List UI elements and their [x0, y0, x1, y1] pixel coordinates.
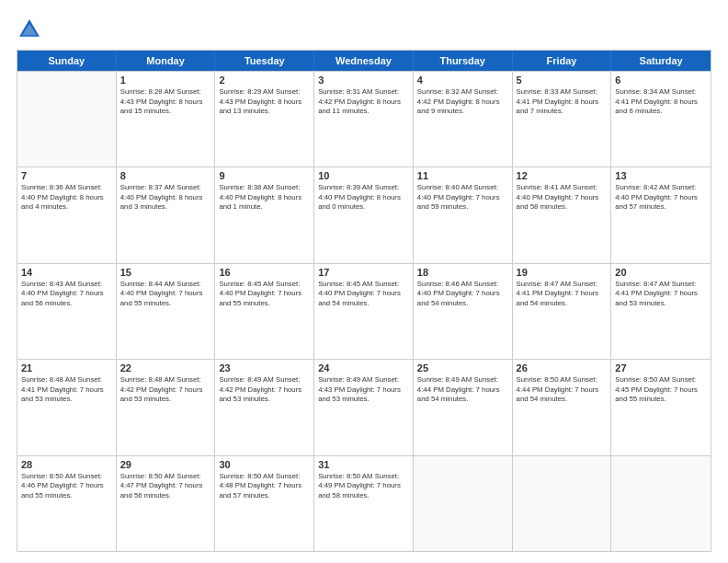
header-day-wednesday: Wednesday [314, 51, 414, 71]
cell-info: Sunrise: 8:28 AM Sunset: 4:43 PM Dayligh… [120, 87, 211, 117]
day-number: 15 [120, 267, 211, 278]
calendar-cell: 12Sunrise: 8:41 AM Sunset: 4:40 PM Dayli… [513, 167, 612, 262]
calendar-cell: 10Sunrise: 8:39 AM Sunset: 4:40 PM Dayli… [314, 167, 414, 262]
calendar-body: 1Sunrise: 8:28 AM Sunset: 4:43 PM Daylig… [17, 71, 711, 551]
header-day-saturday: Saturday [611, 51, 711, 71]
cell-info: Sunrise: 8:31 AM Sunset: 4:42 PM Dayligh… [318, 87, 409, 117]
cell-info: Sunrise: 8:46 AM Sunset: 4:40 PM Dayligh… [417, 280, 508, 309]
calendar: SundayMondayTuesdayWednesdayThursdayFrid… [17, 50, 711, 552]
header-day-sunday: Sunday [17, 51, 117, 71]
day-number: 3 [318, 75, 409, 86]
cell-info: Sunrise: 8:50 AM Sunset: 4:47 PM Dayligh… [120, 472, 211, 501]
calendar-cell: 11Sunrise: 8:40 AM Sunset: 4:40 PM Dayli… [414, 167, 513, 262]
calendar-row-0: 1Sunrise: 8:28 AM Sunset: 4:43 PM Daylig… [17, 71, 711, 167]
cell-info: Sunrise: 8:47 AM Sunset: 4:41 PM Dayligh… [615, 280, 707, 309]
calendar-cell: 22Sunrise: 8:48 AM Sunset: 4:42 PM Dayli… [117, 360, 216, 454]
calendar-row-1: 7Sunrise: 8:36 AM Sunset: 4:40 PM Daylig… [17, 167, 711, 262]
header-day-thursday: Thursday [414, 51, 513, 71]
cell-info: Sunrise: 8:36 AM Sunset: 4:40 PM Dayligh… [21, 183, 112, 213]
calendar-cell: 20Sunrise: 8:47 AM Sunset: 4:41 PM Dayli… [611, 264, 711, 359]
day-number: 7 [21, 170, 112, 181]
logo [17, 17, 46, 42]
day-number: 30 [219, 459, 310, 470]
day-number: 28 [21, 459, 112, 470]
day-number: 17 [318, 267, 409, 278]
cell-info: Sunrise: 8:49 AM Sunset: 4:43 PM Dayligh… [318, 375, 409, 405]
calendar-cell: 18Sunrise: 8:46 AM Sunset: 4:40 PM Dayli… [414, 264, 513, 359]
calendar-cell: 7Sunrise: 8:36 AM Sunset: 4:40 PM Daylig… [17, 167, 117, 262]
day-number: 10 [318, 170, 409, 181]
day-number: 29 [120, 459, 211, 470]
calendar-cell: 3Sunrise: 8:31 AM Sunset: 4:42 PM Daylig… [314, 72, 414, 167]
calendar-cell [414, 456, 513, 551]
cell-info: Sunrise: 8:29 AM Sunset: 4:43 PM Dayligh… [219, 87, 310, 117]
cell-info: Sunrise: 8:34 AM Sunset: 4:41 PM Dayligh… [615, 87, 707, 117]
calendar-cell [513, 456, 612, 551]
day-number: 13 [615, 170, 707, 181]
cell-info: Sunrise: 8:47 AM Sunset: 4:41 PM Dayligh… [517, 280, 608, 309]
calendar-cell [17, 72, 117, 167]
calendar-cell: 1Sunrise: 8:28 AM Sunset: 4:43 PM Daylig… [117, 72, 216, 167]
calendar-row-3: 21Sunrise: 8:48 AM Sunset: 4:41 PM Dayli… [17, 359, 711, 454]
calendar-cell: 6Sunrise: 8:34 AM Sunset: 4:41 PM Daylig… [611, 72, 711, 167]
header-day-monday: Monday [117, 51, 216, 71]
calendar-cell: 23Sunrise: 8:49 AM Sunset: 4:42 PM Dayli… [215, 360, 314, 454]
cell-info: Sunrise: 8:50 AM Sunset: 4:46 PM Dayligh… [21, 472, 112, 501]
day-number: 19 [517, 267, 608, 278]
calendar-cell: 4Sunrise: 8:32 AM Sunset: 4:42 PM Daylig… [414, 72, 513, 167]
cell-info: Sunrise: 8:50 AM Sunset: 4:49 PM Dayligh… [318, 472, 409, 501]
cell-info: Sunrise: 8:32 AM Sunset: 4:42 PM Dayligh… [417, 87, 508, 117]
cell-info: Sunrise: 8:44 AM Sunset: 4:40 PM Dayligh… [120, 280, 211, 309]
header [17, 17, 711, 42]
logo-icon [17, 17, 42, 42]
day-number: 9 [219, 170, 310, 181]
header-day-friday: Friday [513, 51, 612, 71]
cell-info: Sunrise: 8:37 AM Sunset: 4:40 PM Dayligh… [120, 183, 211, 213]
calendar-row-2: 14Sunrise: 8:43 AM Sunset: 4:40 PM Dayli… [17, 263, 711, 359]
day-number: 2 [219, 75, 310, 86]
calendar-cell: 26Sunrise: 8:50 AM Sunset: 4:44 PM Dayli… [513, 360, 612, 454]
calendar-cell: 27Sunrise: 8:50 AM Sunset: 4:45 PM Dayli… [611, 360, 711, 454]
day-number: 16 [219, 267, 310, 278]
header-day-tuesday: Tuesday [215, 51, 314, 71]
day-number: 24 [318, 362, 409, 373]
day-number: 1 [120, 75, 211, 86]
calendar-cell: 15Sunrise: 8:44 AM Sunset: 4:40 PM Dayli… [117, 264, 216, 359]
calendar-cell: 21Sunrise: 8:48 AM Sunset: 4:41 PM Dayli… [17, 360, 117, 454]
day-number: 5 [517, 75, 608, 86]
cell-info: Sunrise: 8:40 AM Sunset: 4:40 PM Dayligh… [417, 183, 508, 213]
day-number: 25 [417, 362, 508, 373]
cell-info: Sunrise: 8:38 AM Sunset: 4:40 PM Dayligh… [219, 183, 310, 213]
calendar-cell: 28Sunrise: 8:50 AM Sunset: 4:46 PM Dayli… [17, 456, 117, 551]
cell-info: Sunrise: 8:39 AM Sunset: 4:40 PM Dayligh… [318, 183, 409, 213]
cell-info: Sunrise: 8:33 AM Sunset: 4:41 PM Dayligh… [517, 87, 608, 117]
calendar-cell: 9Sunrise: 8:38 AM Sunset: 4:40 PM Daylig… [215, 167, 314, 262]
calendar-cell: 2Sunrise: 8:29 AM Sunset: 4:43 PM Daylig… [215, 72, 314, 167]
day-number: 22 [120, 362, 211, 373]
cell-info: Sunrise: 8:45 AM Sunset: 4:40 PM Dayligh… [219, 280, 310, 309]
cell-info: Sunrise: 8:45 AM Sunset: 4:40 PM Dayligh… [318, 280, 409, 309]
calendar-cell: 13Sunrise: 8:42 AM Sunset: 4:40 PM Dayli… [611, 167, 711, 262]
cell-info: Sunrise: 8:49 AM Sunset: 4:44 PM Dayligh… [417, 375, 508, 405]
day-number: 26 [517, 362, 608, 373]
day-number: 12 [517, 170, 608, 181]
calendar-cell: 8Sunrise: 8:37 AM Sunset: 4:40 PM Daylig… [117, 167, 216, 262]
calendar-cell: 31Sunrise: 8:50 AM Sunset: 4:49 PM Dayli… [314, 456, 414, 551]
calendar-cell: 24Sunrise: 8:49 AM Sunset: 4:43 PM Dayli… [314, 360, 414, 454]
day-number: 8 [120, 170, 211, 181]
calendar-header: SundayMondayTuesdayWednesdayThursdayFrid… [17, 51, 711, 71]
cell-info: Sunrise: 8:49 AM Sunset: 4:42 PM Dayligh… [219, 375, 310, 405]
day-number: 11 [417, 170, 508, 181]
day-number: 23 [219, 362, 310, 373]
cell-info: Sunrise: 8:41 AM Sunset: 4:40 PM Dayligh… [517, 183, 608, 213]
cell-info: Sunrise: 8:48 AM Sunset: 4:41 PM Dayligh… [21, 375, 112, 405]
cell-info: Sunrise: 8:48 AM Sunset: 4:42 PM Dayligh… [120, 375, 211, 405]
day-number: 6 [615, 75, 707, 86]
calendar-cell: 14Sunrise: 8:43 AM Sunset: 4:40 PM Dayli… [17, 264, 117, 359]
day-number: 18 [417, 267, 508, 278]
cell-info: Sunrise: 8:43 AM Sunset: 4:40 PM Dayligh… [21, 280, 112, 309]
calendar-cell: 17Sunrise: 8:45 AM Sunset: 4:40 PM Dayli… [314, 264, 414, 359]
day-number: 31 [318, 459, 409, 470]
calendar-cell: 5Sunrise: 8:33 AM Sunset: 4:41 PM Daylig… [513, 72, 612, 167]
day-number: 20 [615, 267, 707, 278]
